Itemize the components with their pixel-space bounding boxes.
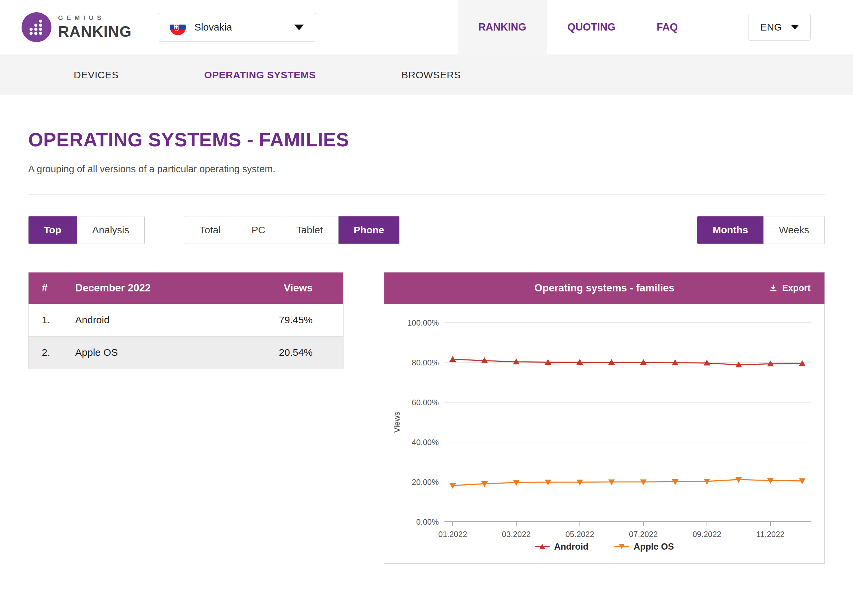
toggle-weeks[interactable]: Weeks <box>763 216 824 244</box>
os-ranking-table: # December 2022 Views 1.Android79.45%2.A… <box>28 272 343 369</box>
svg-text:09.2022: 09.2022 <box>692 530 721 539</box>
language-selector[interactable]: ENG <box>748 14 811 41</box>
legend-label: Android <box>554 542 589 552</box>
gemius-ranking-logo[interactable]: GEMIUS RANKING <box>21 12 132 42</box>
gemius-logo-icon <box>21 12 52 42</box>
controls-row: TopAnalysis TotalPCTabletPhone MonthsWee… <box>28 216 825 244</box>
chevron-down-icon <box>791 25 798 30</box>
toggle-phone[interactable]: Phone <box>338 216 400 244</box>
legend-marker-icon <box>535 543 549 551</box>
chart-title: Operating systems - families <box>384 282 824 294</box>
brand-bottom-label: RANKING <box>58 23 132 41</box>
main-content: OPERATING SYSTEMS - FAMILIES A grouping … <box>0 129 853 564</box>
country-selected-value: Slovakia <box>194 21 285 33</box>
subnav-item-operating-systems[interactable]: OPERATING SYSTEMS <box>204 69 316 80</box>
legend-item-android[interactable]: Android <box>535 542 589 552</box>
svg-text:0.00%: 0.00% <box>416 517 439 526</box>
header-views: Views <box>244 272 343 304</box>
language-selected-value: ENG <box>760 21 782 33</box>
subnav-item-browsers[interactable]: BROWSERS <box>402 69 461 80</box>
nav-item-quoting[interactable]: QUOTING <box>547 0 636 55</box>
content-columns: # December 2022 Views 1.Android79.45%2.A… <box>28 272 825 564</box>
cell-views: 20.54% <box>244 336 343 369</box>
subnav-item-devices[interactable]: DEVICES <box>74 69 118 80</box>
cell-rank: 1. <box>29 304 75 336</box>
download-icon <box>769 284 778 293</box>
toggle-analysis[interactable]: Analysis <box>77 216 145 244</box>
table-row: 1.Android79.45% <box>29 304 343 336</box>
view-toggle-group: TopAnalysis <box>28 216 145 244</box>
svg-text:03.2022: 03.2022 <box>502 530 531 539</box>
line-chart: 0.00%20.00%40.00%60.00%80.00%100.00%01.2… <box>384 304 824 540</box>
table-body: 1.Android79.45%2.Apple OS20.54% <box>29 304 343 369</box>
svg-text:80.00%: 80.00% <box>412 358 439 367</box>
svg-text:01.2022: 01.2022 <box>439 530 467 539</box>
nav-item-faq[interactable]: FAQ <box>636 0 698 55</box>
toggle-total[interactable]: Total <box>184 216 236 244</box>
svg-text:20.00%: 20.00% <box>412 478 439 487</box>
chart-header: Operating systems - families Export <box>384 273 824 304</box>
cell-name: Android <box>75 304 244 336</box>
chevron-down-icon <box>294 24 304 30</box>
country-selector[interactable]: Slovakia <box>158 13 316 41</box>
chart-card: Operating systems - families Export 0.00… <box>384 272 825 564</box>
slovakia-flag-icon <box>170 19 186 35</box>
nav-item-ranking[interactable]: RANKING <box>458 0 547 55</box>
page-title: OPERATING SYSTEMS - FAMILIES <box>28 129 825 151</box>
toggle-pc[interactable]: PC <box>236 216 281 244</box>
page-subtitle: A grouping of all versions of a particul… <box>28 164 825 174</box>
legend-marker-icon <box>614 543 629 551</box>
divider <box>28 194 825 195</box>
table-header: # December 2022 Views <box>29 272 343 304</box>
device-toggle-group: TotalPCTabletPhone <box>184 216 400 244</box>
main-nav: RANKINGQUOTINGFAQ <box>458 0 698 55</box>
toggle-tablet[interactable]: Tablet <box>281 216 338 244</box>
legend-item-apple-os[interactable]: Apple OS <box>614 542 674 552</box>
brand-top-label: GEMIUS <box>58 14 132 21</box>
svg-text:40.00%: 40.00% <box>412 438 439 447</box>
export-button[interactable]: Export <box>769 283 811 293</box>
export-label: Export <box>782 283 811 293</box>
brand-text: GEMIUS RANKING <box>58 14 132 41</box>
cell-name: Apple OS <box>75 336 244 369</box>
svg-text:07.2022: 07.2022 <box>629 530 658 539</box>
subnav: DEVICESOPERATING SYSTEMSBROWSERS <box>0 55 853 95</box>
cell-rank: 2. <box>29 336 75 369</box>
legend-label: Apple OS <box>634 542 674 552</box>
chart-legend: AndroidApple OS <box>384 540 824 563</box>
svg-text:60.00%: 60.00% <box>412 398 439 407</box>
header: GEMIUS RANKING Slovakia RANKINGQUOTINGFA… <box>0 0 853 55</box>
toggle-top[interactable]: Top <box>29 216 77 244</box>
header-month: December 2022 <box>75 272 244 304</box>
table-row: 2.Apple OS20.54% <box>29 336 343 369</box>
period-toggle-group: MonthsWeeks <box>697 216 825 244</box>
svg-text:Views: Views <box>392 411 401 433</box>
toggle-months[interactable]: Months <box>697 216 763 244</box>
svg-text:05.2022: 05.2022 <box>566 530 595 539</box>
svg-text:11.2022: 11.2022 <box>756 530 785 539</box>
svg-text:100.00%: 100.00% <box>407 318 439 327</box>
header-rank: # <box>29 272 75 304</box>
cell-views: 79.45% <box>244 304 343 336</box>
